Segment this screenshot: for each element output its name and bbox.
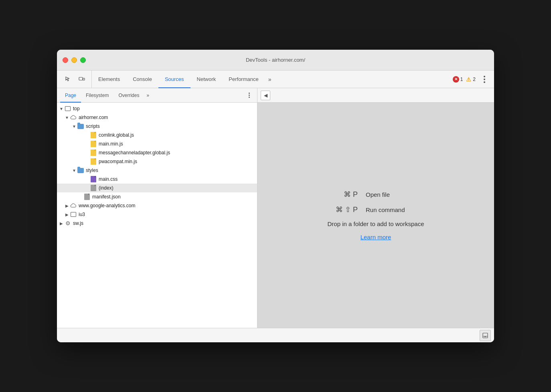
tab-sources[interactable]: Sources — [158, 71, 190, 88]
tree-item-mainjs[interactable]: ▶ main.min.js — [57, 139, 257, 148]
frame-icon — [64, 105, 71, 112]
right-panel-toolbar: ◀ — [257, 88, 494, 103]
maximize-button[interactable] — [80, 57, 86, 63]
cloud-icon-analytics — [70, 202, 77, 209]
shortcut-run-command: ⌘ ⇧ P Run command — [326, 205, 426, 214]
tree-label-top: top — [73, 106, 80, 111]
devtools-window: DevTools - airhorner.com/ Elements Conso… — [57, 50, 494, 342]
panel-tab-page[interactable]: Page — [60, 89, 81, 103]
toolbar-tabs-more[interactable]: » — [265, 71, 275, 88]
svg-rect-0 — [79, 77, 83, 80]
drop-folder-text: Drop in a folder to add to workspace — [328, 220, 424, 227]
tree-arrow-iu3: ▶ — [64, 212, 70, 217]
toolbar-right: ✕ 1 ⚠ 2 — [450, 75, 492, 84]
bottom-bar — [57, 328, 494, 342]
shortcut-open-file-desc: Open file — [366, 191, 426, 198]
tab-console[interactable]: Console — [126, 71, 158, 88]
file-icon-index — [90, 184, 97, 192]
tree-label-airhorner: airhorner.com — [79, 115, 108, 120]
title-bar: DevTools - airhorner.com/ — [57, 50, 494, 71]
tree-item-manifest[interactable]: ▶ manifest.json — [57, 192, 257, 201]
error-badge: ✕ 1 — [453, 76, 463, 83]
tree-arrow-styles: ▼ — [71, 168, 77, 173]
panel-tab-menu-button[interactable] — [244, 91, 254, 100]
tree-item-analytics[interactable]: ▶ www.google-analytics.com — [57, 201, 257, 210]
cloud-icon-airhorner — [70, 114, 77, 121]
toolbar-icon-group — [59, 71, 92, 88]
drawer-toggle-button[interactable] — [480, 330, 491, 341]
folder-icon-styles — [77, 167, 84, 174]
panel-tabs-more[interactable]: » — [144, 93, 152, 98]
shortcut-open-file-keys: ⌘ P — [326, 190, 358, 199]
tab-network[interactable]: Network — [190, 71, 223, 88]
tree-item-airhorner[interactable]: ▼ airhorner.com — [57, 113, 257, 122]
tree-item-styles[interactable]: ▼ styles — [57, 166, 257, 175]
shortcut-run-command-keys: ⌘ ⇧ P — [326, 205, 358, 214]
inspect-element-button[interactable] — [62, 73, 75, 86]
tree-label-sw: sw.js — [73, 220, 83, 226]
file-tree: ▼ top ▼ airhorner.com — [57, 103, 257, 328]
tree-item-maincss[interactable]: ▶ main.css — [57, 175, 257, 184]
left-panel: Page Filesystem Overrides » — [57, 88, 257, 328]
warning-badge: ⚠ 2 — [465, 76, 476, 83]
tree-label-pwacompat: pwacompat.min.js — [99, 159, 137, 164]
tree-item-index[interactable]: ▶ (index) — [57, 184, 257, 192]
tree-label-analytics: www.google-analytics.com — [79, 203, 135, 208]
device-toggle-button[interactable] — [75, 73, 88, 86]
tree-label-messagechannel: messagechanneladapter.global.js — [99, 150, 170, 156]
tree-item-scripts[interactable]: ▼ scripts — [57, 122, 257, 131]
error-icon: ✕ — [453, 76, 459, 83]
file-icon-comlink — [90, 131, 97, 139]
shortcut-run-command-desc: Run command — [366, 206, 426, 213]
window-title: DevTools - airhorner.com/ — [246, 57, 305, 63]
tree-arrow-scripts: ▼ — [71, 124, 77, 129]
traffic-lights — [63, 57, 86, 63]
tab-elements[interactable]: Elements — [92, 71, 126, 88]
right-panel: ◀ ⌘ P Open file ⌘ ⇧ P Run command Drop i… — [257, 88, 494, 328]
learn-more-link[interactable]: Learn more — [361, 234, 391, 240]
shortcut-open-file: ⌘ P Open file — [326, 190, 426, 199]
tree-label-comlink: comlink.global.js — [99, 132, 134, 138]
frame-icon-iu3 — [70, 211, 77, 218]
panel-toggle-button[interactable]: ◀ — [261, 91, 270, 100]
tree-item-pwacompat[interactable]: ▶ pwacompat.min.js — [57, 157, 257, 166]
tree-label-scripts: scripts — [86, 123, 100, 129]
toolbar-tabs: Elements Console Sources Network Perform… — [92, 71, 450, 88]
file-icon-pwacompat — [90, 158, 97, 165]
tree-arrow-analytics: ▶ — [64, 204, 70, 208]
panel-tabs: Page Filesystem Overrides » — [57, 88, 257, 103]
main-content: Page Filesystem Overrides » — [57, 88, 494, 328]
file-icon-mainjs — [90, 140, 97, 148]
warning-icon: ⚠ — [465, 76, 472, 83]
tree-label-index: (index) — [99, 185, 113, 191]
panel-tab-overrides[interactable]: Overrides — [113, 89, 144, 103]
warning-count: 2 — [473, 77, 476, 82]
folder-icon-scripts — [77, 123, 84, 130]
tree-item-iu3[interactable]: ▶ iu3 — [57, 210, 257, 219]
tree-arrow-airhorner: ▼ — [64, 115, 70, 120]
tree-item-comlink[interactable]: ▶ comlink.global.js — [57, 131, 257, 139]
error-count: 1 — [460, 77, 463, 82]
tree-label-iu3: iu3 — [79, 212, 85, 217]
tab-performance[interactable]: Performance — [222, 71, 265, 88]
gear-icon-sw: ⚙ — [64, 220, 71, 227]
tree-label-maincss: main.css — [99, 176, 117, 182]
tree-item-top[interactable]: ▼ top — [57, 104, 257, 113]
svg-rect-1 — [83, 78, 85, 80]
right-panel-content: ⌘ P Open file ⌘ ⇧ P Run command Drop in … — [257, 103, 494, 328]
tree-item-messagechannel[interactable]: ▶ messagechanneladapter.global.js — [57, 148, 257, 157]
tree-arrow-top: ▼ — [59, 107, 64, 111]
file-icon-maincss — [90, 176, 97, 183]
tree-item-sw[interactable]: ▶ ⚙ sw.js — [57, 219, 257, 228]
toolbar-menu-button[interactable] — [480, 75, 489, 84]
svg-rect-2 — [483, 333, 488, 338]
file-icon-messagechannel — [90, 149, 97, 156]
minimize-button[interactable] — [71, 57, 77, 63]
close-button[interactable] — [63, 57, 68, 63]
main-toolbar: Elements Console Sources Network Perform… — [57, 71, 494, 88]
tree-arrow-sw: ▶ — [59, 221, 64, 226]
tree-label-manifest: manifest.json — [92, 194, 121, 200]
panel-tab-filesystem[interactable]: Filesystem — [81, 89, 113, 103]
tree-label-styles: styles — [86, 168, 98, 173]
tree-label-mainjs: main.min.js — [99, 141, 123, 147]
